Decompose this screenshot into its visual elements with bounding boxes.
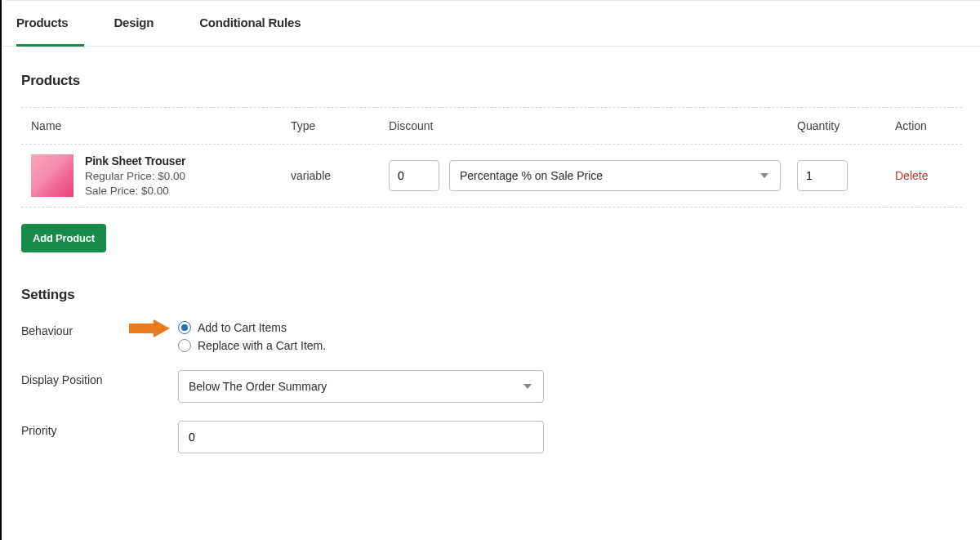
svg-marker-0 xyxy=(129,319,170,337)
products-table-header: Name Type Discount Quantity Action xyxy=(21,107,962,145)
priority-input[interactable] xyxy=(178,421,544,453)
tabs-bar: Products Design Conditional Rules xyxy=(2,1,980,47)
discount-type-value: Percentage % on Sale Price xyxy=(460,169,603,182)
header-quantity: Quantity xyxy=(797,119,895,132)
display-position-label: Display Position xyxy=(21,370,178,386)
delete-link[interactable]: Delete xyxy=(895,169,928,182)
header-action: Action xyxy=(895,119,956,132)
add-product-button[interactable]: Add Product xyxy=(21,224,106,252)
display-position-select[interactable]: Below The Order Summary xyxy=(178,370,544,403)
radio-icon xyxy=(178,321,191,334)
header-discount: Discount xyxy=(389,119,797,132)
product-title: Pink Sheet Trouser xyxy=(85,154,185,167)
tab-conditional-rules[interactable]: Conditional Rules xyxy=(199,1,317,46)
products-heading: Products xyxy=(21,73,962,89)
tab-design[interactable]: Design xyxy=(114,1,170,46)
behaviour-add-label: Add to Cart Items xyxy=(198,321,287,334)
product-thumbnail xyxy=(31,154,74,197)
product-sale-price: Sale Price: $0.00 xyxy=(85,185,185,197)
behaviour-radio-replace[interactable]: Replace with a Cart Item. xyxy=(178,339,962,352)
behaviour-radio-add[interactable]: Add to Cart Items xyxy=(178,321,962,334)
tab-products[interactable]: Products xyxy=(16,1,84,47)
discount-amount-input[interactable] xyxy=(389,160,439,191)
behaviour-replace-label: Replace with a Cart Item. xyxy=(198,339,326,352)
product-regular-price: Regular Price: $0.00 xyxy=(85,170,185,182)
arrow-callout-icon xyxy=(129,319,170,337)
display-position-value: Below The Order Summary xyxy=(189,380,327,393)
header-type: Type xyxy=(291,119,389,132)
settings-heading: Settings xyxy=(21,287,962,303)
quantity-input[interactable] xyxy=(797,160,848,191)
header-name: Name xyxy=(21,119,291,132)
priority-label: Priority xyxy=(21,421,178,437)
product-row: Pink Sheet Trouser Regular Price: $0.00 … xyxy=(21,145,962,208)
radio-icon xyxy=(178,339,191,352)
discount-type-select[interactable]: Percentage % on Sale Price xyxy=(449,160,781,191)
product-type: variable xyxy=(291,169,389,182)
